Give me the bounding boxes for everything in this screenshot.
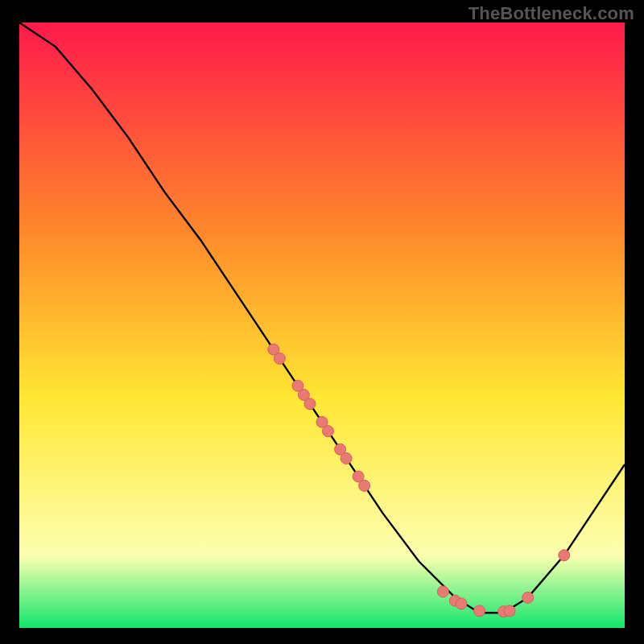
data-marker [522, 592, 534, 603]
data-marker [304, 398, 316, 410]
chart-frame: TheBottleneck.com [0, 0, 644, 644]
data-marker [341, 452, 352, 464]
chart-svg [19, 23, 625, 628]
plot-area [19, 23, 625, 628]
data-marker [359, 480, 370, 491]
data-marker [559, 550, 570, 561]
data-marker [474, 605, 485, 617]
watermark-text: TheBottleneck.com [469, 3, 634, 24]
data-marker [456, 598, 467, 609]
data-marker [504, 605, 515, 617]
data-marker [274, 353, 285, 364]
data-marker [323, 426, 334, 437]
data-marker [437, 586, 448, 597]
